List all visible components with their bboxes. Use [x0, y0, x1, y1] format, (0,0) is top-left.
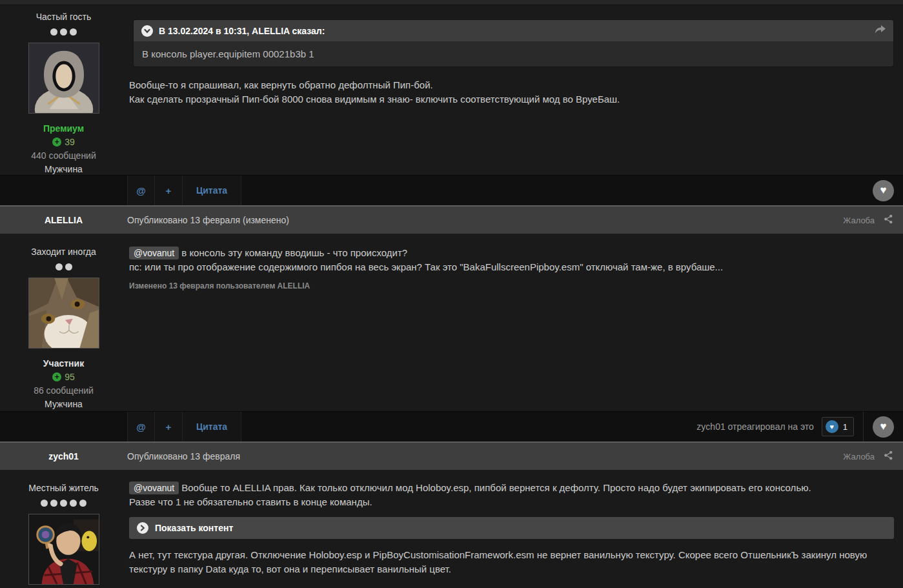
user-mention[interactable]: @vovanut	[129, 247, 179, 259]
reaction-count: 1	[843, 422, 847, 432]
member-group: Участник	[0, 358, 127, 369]
at-icon: @	[136, 421, 146, 432]
post-2-header: ALELLIA Опубликовано 13 февраля (изменен…	[0, 205, 903, 234]
reputation: + 39	[0, 137, 127, 147]
reaction-count-badge[interactable]: ♥ 1	[822, 417, 854, 436]
avatar[interactable]	[28, 43, 99, 114]
share-icon[interactable]	[884, 214, 893, 226]
at-icon: @	[136, 185, 146, 196]
reputation-value: 95	[65, 372, 75, 382]
rank-pips	[0, 261, 127, 269]
goto-quoted-post-icon[interactable]	[875, 25, 886, 36]
post-2-content: @vovanutв консоль эту команду вводишь - …	[127, 234, 903, 411]
chevron-right-circle-icon	[137, 522, 148, 534]
reputation-plus-icon: +	[52, 137, 61, 147]
like-button[interactable]: ♥	[873, 180, 894, 201]
rank-pips	[0, 498, 127, 505]
post-2: ALELLIA Опубликовано 13 февраля (изменен…	[0, 205, 903, 441]
post-3-header: zych01 Опубликовано 13 февраля Жалоба	[0, 441, 903, 470]
like-button[interactable]: ♥	[873, 416, 894, 438]
post-1-content: В 13.02.2024 в 10:31, ALELLIA сказал: В …	[127, 5, 903, 175]
quote-header[interactable]: В 13.02.2024 в 10:31, ALELLIA сказал:	[134, 20, 893, 41]
chevron-down-circle-icon[interactable]	[141, 25, 153, 37]
person-avatar-image	[29, 514, 99, 584]
rank-title: Заходит иногда	[0, 247, 127, 257]
edited-note: Изменено 13 февраля пользователем ALELLI…	[129, 281, 894, 290]
post-3: zych01 Опубликовано 13 февраля Жалоба Ме…	[0, 441, 903, 588]
divider	[863, 412, 864, 441]
heart-icon: ♥	[880, 420, 886, 433]
post-2-action-bar: @ + Цитата zych01 отреагировал на это ♥ …	[0, 411, 903, 441]
avatar[interactable]	[28, 514, 99, 585]
gender: Мужчина	[0, 164, 127, 174]
post-text-line: Вообще-то я спрашивал, как вернуть обрат…	[129, 78, 894, 92]
published-date: Опубликовано 13 февраля (изменено)	[127, 215, 289, 225]
author-name-link[interactable]: ALELLIA	[0, 215, 127, 225]
hooded-figure-avatar-image	[29, 43, 99, 113]
gender: Мужчина	[0, 399, 127, 409]
post-1-author-panel: Частый гость Премиум + 39 440 сообщений	[0, 5, 127, 175]
reputation: + 95	[0, 372, 127, 382]
heart-reaction-icon: ♥	[826, 420, 838, 433]
clipped-previous-content-strip	[0, 0, 903, 5]
post-1: Частый гость Премиум + 39 440 сообщений	[0, 5, 903, 205]
avatar[interactable]	[28, 278, 99, 349]
post-text: Вообще то ALELLIA прав. Как только отклю…	[181, 482, 811, 493]
quote-block: В 13.02.2024 в 10:31, ALELLIA сказал: В …	[133, 19, 894, 67]
author-name-link[interactable]: zych01	[0, 451, 127, 461]
post-text-line: @vovanutв консоль эту команду вводишь - …	[129, 246, 894, 260]
post-1-action-bar: @ + Цитата ♥	[0, 175, 903, 205]
rank-title: Местный житель	[0, 483, 127, 493]
plus-icon: +	[166, 421, 172, 432]
spoiler-label: Показать контент	[155, 523, 233, 533]
quoted-text: В консоль player.equipitem 00021b3b 1	[134, 41, 893, 66]
share-icon[interactable]	[884, 451, 893, 462]
multiquote-button[interactable]: +	[155, 412, 183, 441]
rank-pips	[0, 26, 127, 34]
message-count: 86 сообщений	[0, 385, 127, 396]
post-text-line: Разве что 1 не обязательно ставить в кон…	[129, 495, 894, 509]
cat-avatar-image	[29, 278, 99, 348]
rank-title: Частый гость	[0, 12, 127, 22]
plus-icon: +	[166, 185, 172, 196]
reputation-plus-icon: +	[52, 372, 61, 381]
spoiler-toggle[interactable]: Показать контент	[129, 517, 894, 539]
quote-attribution: В 13.02.2024 в 10:31, ALELLIA сказал:	[159, 26, 325, 36]
post-2-author-panel: Заходит иногда	[0, 234, 127, 411]
reaction-summary: zych01 отреагировал на это	[696, 421, 813, 432]
report-link[interactable]: Жалоба	[843, 216, 875, 225]
post-text-line: Как сделать прозрачный Пип-бой 8000 снов…	[129, 92, 894, 106]
member-group: Премиум	[0, 123, 127, 134]
post-text-line: @vovanutВообще то ALELLIA прав. Как толь…	[129, 481, 894, 495]
post-text-line: пс: или ты про отображение содержимого п…	[129, 260, 894, 274]
post-3-content: @vovanutВообще то ALELLIA прав. Как толь…	[127, 470, 903, 588]
post-3-author-panel: Местный житель	[0, 470, 127, 588]
post-text: в консоль эту команду вводишь - что прои…	[181, 247, 407, 258]
quote-button[interactable]: Цитата	[183, 176, 241, 205]
message-count: 440 сообщений	[0, 150, 127, 161]
mention-button[interactable]: @	[127, 176, 155, 205]
mention-button[interactable]: @	[127, 412, 155, 441]
post-text-paragraph: А нет, тут текстура другая. Отключение H…	[129, 548, 894, 576]
quote-button[interactable]: Цитата	[183, 412, 241, 441]
user-mention[interactable]: @vovanut	[129, 482, 179, 494]
published-date: Опубликовано 13 февраля	[127, 451, 240, 461]
multiquote-button[interactable]: +	[155, 176, 183, 205]
reputation-value: 39	[65, 137, 75, 147]
heart-icon: ♥	[880, 184, 886, 197]
report-link[interactable]: Жалоба	[843, 452, 875, 461]
